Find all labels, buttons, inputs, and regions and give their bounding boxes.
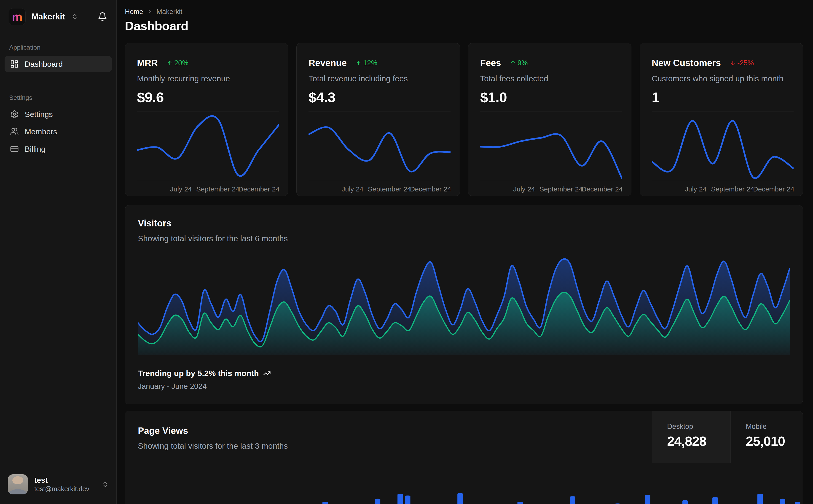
arrow-up-icon [355,60,362,66]
page-views-subtitle: Showing total visitors for the last 3 mo… [138,441,639,451]
user-info: test test@makerkit.dev [34,475,89,493]
kpi-value: 1 [652,89,791,105]
nav-section-application: Application [9,44,107,51]
page-views-card: Page Views Showing total visitors for th… [125,411,803,504]
nav-spacer [5,73,112,94]
kpi-subtitle: Total fees collected [480,74,619,83]
kpi-card-revenue: Revenue 12% Total revenue including fees… [296,43,460,196]
sidebar-item-billing[interactable]: Billing [5,141,112,157]
mrr-sparkline-chart [137,110,279,183]
x-axis-ticks: July 24 September 24 December 24 [309,185,450,194]
user-name: test [34,475,89,485]
x-axis-ticks: July 24 September 24 December 24 [652,185,794,194]
workspace-header: m Makerkit [0,0,116,31]
sidebar-item-members[interactable]: Members [5,123,112,140]
dashboard-page: { "colors":{ "accent_blue":"#2563eb","ac… [0,0,813,504]
trending-up-icon [263,369,271,377]
kpi-card-fees: Fees 9% Total fees collected $1.0 July 2… [468,43,632,196]
visitors-title: Visitors [138,218,790,228]
fees-sparkline-chart [480,110,622,183]
kpi-subtitle: Total revenue including fees [309,74,448,83]
kpi-value: $4.3 [309,89,448,105]
makerkit-logo[interactable]: m [9,8,26,25]
visitors-trend-note: Trending up by 5.2% this month [138,369,790,378]
arrow-up-icon [166,60,173,66]
sidebar-item-label: Settings [25,110,53,119]
nav-section-settings: Settings [9,94,107,101]
sidebar-item-label: Billing [25,145,45,154]
kpi-delta-badge: 9% [510,59,528,67]
sidebar-item-label: Dashboard [25,60,63,69]
visitors-area-chart [138,255,790,355]
sidebar-nav: Application Dashboard Settings Settings … [0,31,116,158]
sidebar: m Makerkit Application Dashboard Setting… [0,0,117,504]
kpi-title: Revenue [309,58,347,68]
kpi-title: Fees [480,58,501,68]
visitors-subtitle: Showing total visitors for the last 6 mo… [138,234,790,243]
arrow-up-icon [510,60,516,66]
chevrons-up-down-icon[interactable] [71,13,78,20]
credit-card-icon [10,145,19,153]
user-menu[interactable]: test test@makerkit.dev [0,468,116,504]
kpi-delta-badge: 20% [166,59,188,67]
stat-label: Mobile [746,422,803,431]
kpi-card-mrr: MRR 20% Monthly recurring revenue $9.6 J… [125,43,288,196]
page-views-bar-chart [125,466,803,504]
chevron-right-icon [147,9,153,15]
sidebar-item-settings[interactable]: Settings [5,106,112,122]
sidebar-item-label: Members [25,127,57,136]
kpi-title: MRR [137,58,158,68]
kpi-grid: MRR 20% Monthly recurring revenue $9.6 J… [125,43,803,196]
kpi-subtitle: Monthly recurring revenue [137,74,276,83]
arrow-down-icon [730,60,736,66]
breadcrumb: Home Makerkit [125,8,803,16]
workspace-name[interactable]: Makerkit [32,12,65,21]
dashboard-icon [10,60,19,68]
visitors-card: Visitors Showing total visitors for the … [125,205,803,404]
page-title: Dashboard [125,19,803,33]
bell-icon[interactable] [98,12,107,21]
users-icon [10,127,19,136]
kpi-delta-badge: 12% [355,59,377,67]
chevrons-up-down-icon[interactable] [102,481,109,488]
breadcrumb-home-link[interactable]: Home [125,8,143,16]
page-views-title: Page Views [138,426,639,436]
new-customers-sparkline-chart [652,110,794,183]
stat-label: Desktop [667,422,731,431]
mobile-stat-tab[interactable]: Mobile 25,010 [731,411,803,463]
user-avatar [8,474,28,494]
x-axis-ticks: July 24 September 24 December 24 [480,185,622,194]
stat-value: 25,010 [746,433,803,449]
page-views-header: Page Views Showing total visitors for th… [125,411,803,463]
kpi-delta-badge: -25% [730,59,754,67]
kpi-value: $9.6 [137,89,276,105]
kpi-title: New Customers [652,58,721,68]
kpi-subtitle: Customers who signed up this month [652,74,791,83]
main-content: Home Makerkit Dashboard MRR 20% Monthly … [117,0,813,504]
breadcrumb-current: Makerkit [156,8,182,16]
kpi-card-new-customers: New Customers -25% Customers who signed … [640,43,803,196]
stat-value: 24,828 [667,433,731,449]
revenue-sparkline-chart [309,110,450,183]
kpi-value: $1.0 [480,89,619,105]
desktop-stat-tab[interactable]: Desktop 24,828 [652,411,731,463]
gear-icon [10,110,19,119]
visitors-date-range: January - June 2024 [138,382,790,391]
user-email: test@makerkit.dev [34,485,89,493]
sidebar-item-dashboard[interactable]: Dashboard [5,56,112,72]
logo-letter: m [12,11,22,23]
page-views-toggle: Desktop 24,828 Mobile 25,010 [652,411,803,463]
x-axis-ticks: July 24 September 24 December 24 [137,185,279,194]
